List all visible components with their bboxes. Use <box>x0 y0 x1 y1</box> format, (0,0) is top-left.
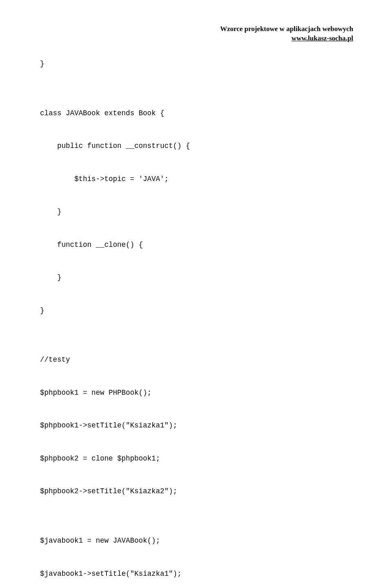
document-page: Wzorce projektowe w aplikacjach webowych… <box>0 0 392 586</box>
header-title: Wzorce projektowe w aplikacjach webowych <box>39 25 353 34</box>
code-block: } class JAVABook extends Book { public f… <box>39 56 353 586</box>
header-url: www.lukasz-socha.pl <box>39 34 353 43</box>
page-header: Wzorce projektowe w aplikacjach webowych… <box>39 25 353 43</box>
